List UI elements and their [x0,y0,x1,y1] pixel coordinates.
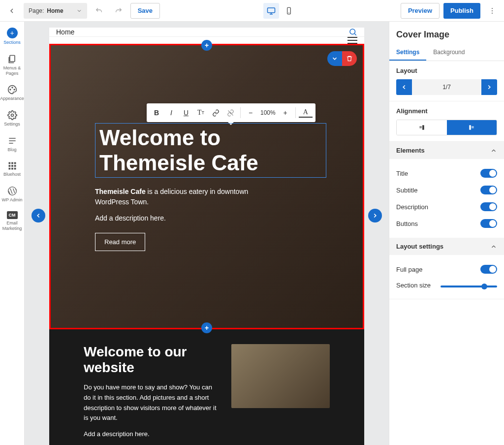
svg-rect-1 [287,7,291,14]
switch-title[interactable] [480,169,497,178]
mobile-view-button[interactable] [281,3,297,19]
layout-prev-button[interactable] [396,79,412,95]
more-menu-button[interactable] [484,3,500,19]
svg-rect-21 [422,125,424,129]
link-button[interactable] [209,106,222,120]
below-image [231,344,330,408]
elements-accordion[interactable]: Elements [389,142,504,159]
svg-point-2 [492,8,493,9]
section-delete-button[interactable] [342,51,357,66]
alignment-group [396,120,497,135]
tab-settings[interactable]: Settings [389,45,426,61]
search-icon[interactable] [348,28,357,36]
toggle-subtitle: Subtitle [396,182,497,198]
save-button[interactable]: Save [130,3,160,19]
panel-tabs: Settings Background [389,45,504,61]
below-p2: Add a description here. [84,429,217,440]
cover-description[interactable]: Add a description here. [95,214,326,222]
rail-appearance[interactable]: Appearance [0,85,24,101]
svg-point-9 [11,114,13,117]
svg-rect-24 [470,125,472,129]
plus-circle-icon: + [7,28,18,38]
text-toolbar: B I U TT − 100% + A [147,103,315,122]
wordpress-icon [7,186,17,196]
switch-buttons[interactable] [480,219,497,228]
preview-button[interactable]: Preview [401,3,440,19]
svg-rect-13 [8,165,10,167]
viewport-toggle [263,3,297,19]
section-size-slider[interactable] [441,286,497,287]
svg-point-20 [350,29,355,34]
svg-rect-17 [11,168,13,170]
zoom-out-button[interactable]: − [244,106,257,120]
svg-point-3 [492,10,493,11]
rail-bluehost[interactable]: Bluehost [0,161,24,177]
add-below-handle[interactable]: + [201,322,212,333]
svg-point-6 [10,90,11,91]
below-section[interactable]: Welcome to our website Do you have more … [49,329,364,445]
layout-counter: 1/7 [412,84,481,91]
toggle-title: Title [396,165,497,182]
layout-nav: 1/7 [396,79,497,95]
section-actions [327,51,357,66]
canvas-header: Home [49,28,364,37]
left-rail: + Sections Menus & Pages Appearance Sett… [0,22,25,445]
textsize-button[interactable]: TT [194,106,208,120]
page-selector[interactable]: Page: Home [24,3,87,19]
rail-settings[interactable]: Settings [0,110,24,127]
cover-readmore-button[interactable]: Read more [95,233,145,251]
layout-label: Layout [396,67,497,74]
layout-next-button[interactable] [481,79,497,95]
align-left-button[interactable] [447,120,497,135]
page-label: Page: [29,7,44,14]
cover-section[interactable]: + + B I U TT [49,44,364,329]
svg-rect-22 [419,127,422,127]
rail-sections[interactable]: + Sections [0,28,24,45]
next-section-button[interactable] [368,209,382,222]
lines-icon [7,136,17,146]
page-name: Home [47,7,63,14]
gear-icon [7,110,17,120]
cover-title-box[interactable]: Welcome to Themeisle Cafe [95,123,326,178]
cover-content: Welcome to Themeisle Cafe Themeisle Cafe… [95,123,326,251]
prev-section-button[interactable] [32,209,45,222]
textcolor-button[interactable]: A [299,108,313,118]
rail-menus-pages[interactable]: Menus & Pages [0,54,24,76]
rail-email-marketing[interactable]: CM Email Marketing [0,211,24,231]
switch-fullpage[interactable] [480,265,497,274]
canvas-frame: Home + + [49,28,364,445]
cm-icon: CM [7,211,18,219]
align-right-button[interactable] [397,120,447,135]
add-above-handle[interactable]: + [201,40,212,51]
zoom-value: 100% [258,109,278,116]
grid-icon [8,161,17,170]
toggle-buttons: Buttons [396,215,497,232]
tab-background[interactable]: Background [426,45,472,61]
rail-wp-admin[interactable]: WP Admin [0,186,24,203]
switch-subtitle[interactable] [480,186,497,194]
section-expand-button[interactable] [327,51,342,66]
layout-settings-accordion[interactable]: Layout settings [389,238,504,255]
undo-button[interactable] [91,3,107,19]
rail-blog[interactable]: Blog [0,136,24,153]
hamburger-icon[interactable] [347,37,357,44]
switch-description[interactable] [480,202,497,211]
below-p1: Do you have more to say and show? You ca… [84,382,217,423]
back-button[interactable] [4,3,20,19]
canvas-area: Home + + [25,22,389,445]
bold-button[interactable]: B [150,106,163,120]
svg-rect-18 [14,168,16,170]
toggle-fullpage: Full page [396,261,497,278]
italic-button[interactable]: I [164,106,178,120]
publish-button[interactable]: Publish [443,3,480,19]
redo-button[interactable] [111,3,126,19]
cover-subtitle[interactable]: Themeisle Cafe is a delicious eatery in … [95,187,272,207]
underline-button[interactable]: U [179,106,193,120]
svg-point-8 [14,90,15,91]
zoom-in-button[interactable]: + [279,106,292,120]
palette-icon [7,85,17,95]
svg-rect-23 [419,127,422,128]
unlink-button[interactable] [223,106,237,120]
desktop-view-button[interactable] [263,3,279,19]
svg-rect-26 [472,127,474,128]
